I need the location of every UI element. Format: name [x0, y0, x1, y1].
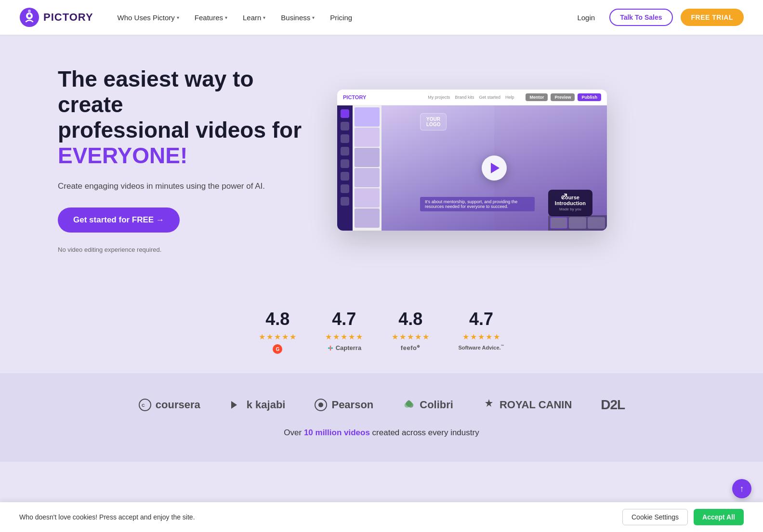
rating-software-advice: 4.7 ★ ★ ★ ★ ★ Software Advice.™	[458, 309, 504, 354]
caption-bar: It's about mentorship, support, and prov…	[420, 197, 535, 211]
scroll-to-top-button[interactable]: ↑	[732, 479, 751, 498]
hero-note: No video editing experience required.	[58, 246, 308, 253]
rating-g2: 4.8 ★ ★ ★ ★ ★ G	[259, 309, 296, 354]
svg-point-5	[139, 399, 151, 411]
kajabi-logo: k kajabi	[229, 398, 286, 412]
mockup-video-area: YOURLOGO It's about mentorship, support,…	[382, 105, 607, 231]
svg-point-8	[318, 402, 323, 407]
mockup-nav: My projects Brand kits Get started Help	[428, 95, 514, 100]
sidebar-item	[341, 159, 349, 168]
colibri-icon	[402, 398, 416, 412]
play-button[interactable]	[482, 156, 507, 181]
svg-point-3	[28, 10, 31, 13]
cookie-banner: Who doesn't love cookies! Press accept a…	[0, 502, 763, 532]
cookie-message: Who doesn't love cookies! Press accept a…	[19, 513, 195, 521]
stars-capterra: ★ ★ ★ ★ ★	[325, 332, 363, 341]
nav-item-who-uses[interactable]: Who Uses Pictory ▾	[111, 10, 186, 26]
mockup-logo: PICTORY	[343, 94, 366, 100]
royal-canin-logo: ROYAL CANIN	[482, 398, 572, 412]
stars-software-advice: ★ ★ ★ ★ ★	[462, 332, 500, 341]
rating-feefo: 4.8 ★ ★ ★ ★ ★ feefo⊕	[392, 309, 429, 354]
coursera-logo: C coursera	[138, 398, 200, 412]
software-advice-logo: Software Advice.™	[458, 344, 504, 350]
app-mockup: PICTORY My projects Brand kits Get start…	[337, 90, 607, 231]
chevron-down-icon: ▾	[263, 15, 265, 20]
cookie-buttons: Cookie Settings Accept All	[622, 509, 744, 525]
d2l-logo: D2L	[601, 397, 625, 413]
logos-section: C coursera k kajabi Pearson Colibri ROYA…	[0, 373, 763, 462]
sidebar-item	[341, 134, 349, 143]
sidebar-item	[341, 197, 349, 206]
nav-item-learn[interactable]: Learn ▾	[236, 10, 272, 26]
chevron-down-icon: ▾	[312, 15, 315, 20]
feefo-logo: feefo⊕	[401, 344, 421, 351]
stars-g2: ★ ★ ★ ★ ★	[259, 332, 296, 341]
sidebar-item	[341, 172, 349, 181]
hero-content: The easiest way to create professional v…	[58, 66, 308, 253]
accept-all-button[interactable]: Accept All	[694, 509, 744, 525]
scene-thumb	[550, 217, 567, 229]
g2-logo-icon: G	[273, 344, 282, 354]
rating-capterra: 4.7 ★ ★ ★ ★ ★ Capterra	[325, 309, 363, 354]
pearson-logo: Pearson	[314, 398, 373, 412]
hero-section: The easiest way to create professional v…	[0, 35, 763, 285]
mockup-main-area: YOURLOGO It's about mentorship, support,…	[353, 105, 607, 231]
logos-tagline: Over 10 million videos created across ev…	[39, 428, 724, 438]
kajabi-icon	[229, 398, 243, 412]
scene-thumb	[588, 217, 605, 229]
scene-thumbnails	[548, 215, 607, 231]
navigation: PICTORY Who Uses Pictory ▾ Features ▾ Le…	[0, 0, 763, 35]
hero-image: PICTORY My projects Brand kits Get start…	[337, 90, 607, 231]
stars-feefo: ★ ★ ★ ★ ★	[392, 332, 429, 341]
coursera-icon: C	[138, 398, 152, 412]
nav-item-pricing[interactable]: Pricing	[323, 10, 359, 26]
colibri-logo: Colibri	[402, 398, 453, 412]
scene-thumb	[569, 217, 586, 229]
sidebar-item	[341, 109, 349, 118]
pearson-icon	[314, 398, 328, 412]
cursor-icon: ↗	[560, 190, 568, 202]
capterra-logo-icon	[327, 345, 334, 351]
get-started-button[interactable]: Get started for FREE →	[58, 208, 180, 233]
mockup-topbar: PICTORY My projects Brand kits Get start…	[337, 90, 607, 105]
logo-placeholder: YOURLOGO	[420, 113, 447, 130]
play-triangle-icon	[491, 163, 500, 173]
svg-text:C: C	[142, 403, 145, 408]
chevron-down-icon: ▾	[225, 15, 227, 20]
logo-text: PICTORY	[43, 11, 93, 24]
royal-canin-icon	[482, 398, 496, 412]
svg-point-2	[28, 14, 31, 17]
hero-subtitle: Create engaging videos in minutes using …	[58, 180, 308, 193]
talk-to-sales-button[interactable]: Talk To Sales	[609, 9, 672, 26]
sidebar-item	[341, 147, 349, 156]
mockup-body: YOURLOGO It's about mentorship, support,…	[337, 105, 607, 231]
nav-right: Login Talk To Sales FREE TRIAL	[570, 9, 744, 26]
sidebar-item	[341, 184, 349, 193]
chevron-down-icon: ▾	[177, 15, 179, 20]
ratings-section: 4.8 ★ ★ ★ ★ ★ G 4.7 ★ ★ ★ ★ ★ Capterra 4…	[0, 285, 763, 373]
nav-item-business[interactable]: Business ▾	[274, 10, 321, 26]
hero-title: The easiest way to create professional v…	[58, 66, 308, 169]
login-button[interactable]: Login	[570, 10, 602, 26]
course-intro-card: Course Introduction Made by you	[548, 190, 592, 216]
logo-icon	[19, 7, 39, 27]
logo-link[interactable]: PICTORY	[19, 7, 93, 27]
free-trial-button[interactable]: FREE TRIAL	[681, 9, 744, 26]
nav-links: Who Uses Pictory ▾ Features ▾ Learn ▾ Bu…	[111, 10, 571, 26]
nav-item-features[interactable]: Features ▾	[188, 10, 234, 26]
sidebar-item	[341, 122, 349, 130]
logos-row: C coursera k kajabi Pearson Colibri ROYA…	[39, 397, 724, 413]
mockup-sidebar	[337, 105, 353, 231]
cookie-settings-button[interactable]: Cookie Settings	[622, 509, 688, 525]
